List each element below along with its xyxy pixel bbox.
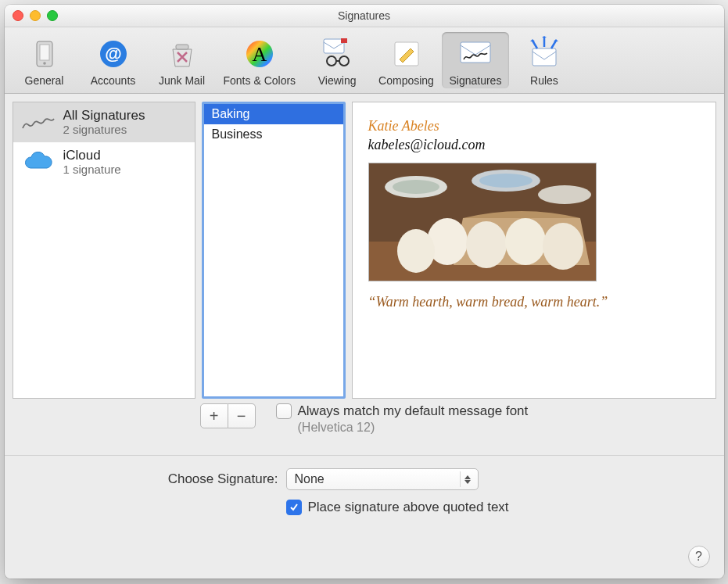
- preview-quote: “Warm hearth, warm bread, warm heart.”: [368, 292, 700, 311]
- add-remove-buttons: + −: [200, 403, 256, 428]
- choose-signature-popup[interactable]: None: [286, 468, 479, 490]
- match-font-checkbox[interactable]: [276, 403, 292, 419]
- account-text: iCloud 1 signature: [63, 149, 121, 176]
- signatures-icon: [457, 35, 494, 73]
- svg-point-2: [43, 62, 46, 65]
- signature-item-baking[interactable]: Baking: [204, 104, 343, 124]
- mail-preferences-window: Signatures General @ Accounts: [5, 5, 724, 579]
- account-text: All Signatures 2 signatures: [63, 109, 145, 136]
- match-default-font-option: Always match my default message font (He…: [276, 403, 716, 435]
- fonts-colors-icon: A: [241, 35, 278, 73]
- under-columns-row: + − Always match my default message font…: [13, 403, 716, 435]
- svg-point-26: [397, 229, 435, 273]
- toolbar-item-viewing[interactable]: Viewing: [303, 32, 371, 88]
- svg-rect-1: [40, 45, 49, 60]
- svg-point-11: [339, 56, 349, 66]
- close-window-button[interactable]: [13, 10, 23, 21]
- divider: [5, 455, 724, 456]
- signature-preview[interactable]: Katie Abeles kabeles@icloud.com: [352, 102, 716, 399]
- svg-rect-14: [533, 48, 556, 66]
- signature-scribble-icon: [21, 109, 56, 136]
- accounts-column: All Signatures 2 signatures iCloud 1 sig…: [13, 102, 195, 399]
- svg-point-24: [505, 218, 546, 265]
- accounts-item-all-signatures[interactable]: All Signatures 2 signatures: [13, 102, 195, 142]
- toolbar-label: General: [25, 74, 64, 87]
- window-controls: [5, 10, 58, 21]
- toolbar-item-fonts-colors[interactable]: A Fonts & Colors: [217, 32, 303, 88]
- popup-arrows-icon: [460, 471, 475, 487]
- preview-email: kabeles@icloud.com: [368, 135, 700, 154]
- account-subtitle: 2 signatures: [63, 124, 145, 137]
- toolbar-label: Rules: [530, 74, 558, 87]
- place-above-label: Place signature above quoted text: [308, 500, 509, 515]
- minimize-window-button[interactable]: [30, 10, 41, 21]
- accounts-item-icloud[interactable]: iCloud 1 signature: [13, 142, 195, 182]
- choose-signature-row: Choose Signature: None: [122, 468, 716, 490]
- svg-rect-9: [341, 38, 347, 43]
- content-area: All Signatures 2 signatures iCloud 1 sig…: [5, 94, 724, 579]
- preview-display-name: Katie Abeles: [368, 116, 700, 135]
- toolbar-label: Viewing: [318, 74, 357, 87]
- remove-signature-button[interactable]: −: [228, 403, 256, 428]
- rules-icon: [525, 35, 563, 73]
- toolbar-item-junk-mail[interactable]: Junk Mail: [149, 32, 216, 88]
- match-font-detail: (Helvetica 12): [298, 421, 716, 435]
- signatures-list[interactable]: Baking Business: [202, 102, 346, 399]
- add-signature-button[interactable]: +: [200, 403, 228, 428]
- svg-point-21: [538, 185, 591, 204]
- signature-item-business[interactable]: Business: [204, 124, 343, 145]
- svg-text:@: @: [105, 44, 121, 63]
- preferences-toolbar: General @ Accounts Junk Mail: [5, 27, 724, 94]
- composing-icon: [388, 35, 425, 73]
- toolbar-item-rules[interactable]: Rules: [511, 32, 578, 88]
- three-column-area: All Signatures 2 signatures iCloud 1 sig…: [13, 102, 716, 399]
- toolbar-item-accounts[interactable]: @ Accounts: [80, 32, 147, 88]
- svg-point-25: [543, 223, 583, 270]
- zoom-window-button[interactable]: [47, 10, 58, 21]
- svg-point-20: [479, 174, 533, 188]
- place-above-row: Place signature above quoted text: [286, 500, 716, 515]
- svg-text:A: A: [252, 43, 267, 66]
- toolbar-item-composing[interactable]: Composing: [372, 32, 440, 88]
- help-glyph: ?: [695, 550, 702, 564]
- toolbar-label: Fonts & Colors: [224, 74, 296, 87]
- preview-image: [368, 163, 597, 281]
- toolbar-item-general[interactable]: General: [11, 32, 78, 88]
- toolbar-label: Signatures: [449, 74, 501, 87]
- icloud-icon: [21, 149, 56, 176]
- help-button[interactable]: ?: [688, 546, 710, 568]
- svg-rect-5: [176, 45, 188, 49]
- toolbar-label: Composing: [378, 74, 434, 87]
- account-title: All Signatures: [63, 109, 145, 124]
- general-icon: [26, 35, 63, 73]
- choose-signature-value: None: [295, 472, 325, 486]
- viewing-icon: [318, 35, 356, 73]
- place-above-checkbox[interactable]: [286, 500, 302, 515]
- account-subtitle: 1 signature: [63, 163, 121, 177]
- junk-mail-icon: [163, 35, 201, 73]
- svg-point-18: [393, 180, 439, 194]
- titlebar: Signatures: [5, 5, 724, 27]
- toolbar-label: Junk Mail: [159, 74, 205, 87]
- svg-point-23: [466, 221, 507, 268]
- svg-point-10: [327, 56, 336, 66]
- match-font-label: Always match my default message font: [298, 403, 529, 419]
- svg-rect-13: [461, 42, 490, 63]
- choose-signature-label: Choose Signature:: [122, 471, 278, 487]
- accounts-icon: @: [95, 35, 132, 73]
- toolbar-label: Accounts: [91, 74, 136, 87]
- account-title: iCloud: [63, 149, 121, 163]
- toolbar-item-signatures[interactable]: Signatures: [442, 32, 509, 88]
- window-title: Signatures: [5, 9, 724, 22]
